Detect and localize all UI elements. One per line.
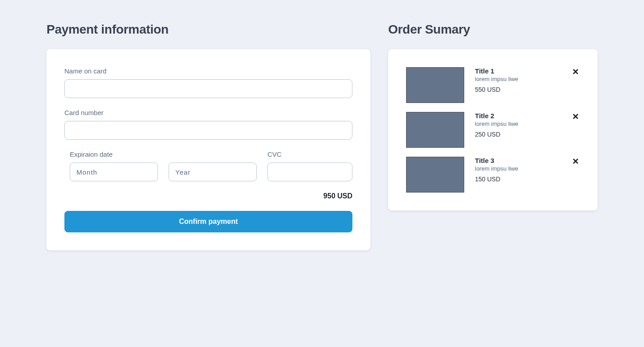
close-icon (573, 159, 578, 165)
name-input[interactable] (64, 79, 352, 98)
total-row: 950 USD (64, 192, 352, 200)
item-title: Title 2 (475, 112, 580, 120)
cvc-input[interactable] (267, 163, 352, 181)
payment-heading: Payment information (47, 22, 370, 37)
expiration-group: Expiraion date (64, 150, 257, 181)
cvc-group: CVC (267, 150, 352, 181)
total-amount: 950 USD (323, 192, 352, 200)
close-icon (573, 114, 578, 120)
order-item-info: Title 1 lorem impsu liwe 550 USD (475, 67, 580, 103)
item-thumbnail (406, 67, 464, 103)
month-input[interactable] (70, 163, 158, 181)
order-summary-heading: Order Sumary (388, 22, 597, 37)
item-price: 550 USD (475, 86, 580, 93)
item-title: Title 1 (475, 67, 580, 75)
confirm-payment-button[interactable]: Confirm payment (64, 211, 352, 232)
item-price: 150 USD (475, 176, 580, 183)
item-price: 250 USD (475, 131, 580, 138)
expiration-cvc-row: Expiraion date CVC (64, 150, 352, 181)
item-description: lorem impsu liwe (475, 120, 580, 127)
item-thumbnail (406, 157, 464, 193)
name-label: Name on card (64, 67, 352, 75)
item-description: lorem impsu liwe (475, 165, 580, 172)
payment-card: Name on card Card number Expiraion date … (47, 49, 370, 250)
order-item: Title 3 lorem impsu liwe 150 USD (406, 157, 580, 193)
remove-item-button[interactable] (572, 68, 580, 76)
order-item-info: Title 3 lorem impsu liwe 150 USD (475, 157, 580, 193)
name-field-group: Name on card (64, 67, 352, 98)
remove-item-button[interactable] (572, 113, 580, 121)
item-description: lorem impsu liwe (475, 76, 580, 82)
item-thumbnail (406, 112, 464, 148)
cvc-label: CVC (267, 150, 352, 158)
order-item-info: Title 2 lorem impsu liwe 250 USD (475, 112, 580, 148)
card-number-input[interactable] (64, 121, 352, 140)
order-summary-card: Title 1 lorem impsu liwe 550 USD Title 2… (388, 49, 597, 210)
year-input[interactable] (169, 163, 257, 181)
card-number-field-group: Card number (64, 109, 352, 140)
order-item: Title 1 lorem impsu liwe 550 USD (406, 67, 580, 103)
expiration-label: Expiraion date (70, 150, 257, 158)
card-number-label: Card number (64, 109, 352, 116)
order-item: Title 2 lorem impsu liwe 250 USD (406, 112, 580, 148)
order-summary-section: Order Sumary Title 1 lorem impsu liwe 55… (388, 22, 597, 250)
close-icon (573, 69, 578, 76)
item-title: Title 3 (475, 157, 580, 164)
remove-item-button[interactable] (572, 158, 580, 166)
payment-section: Payment information Name on card Card nu… (47, 22, 370, 250)
